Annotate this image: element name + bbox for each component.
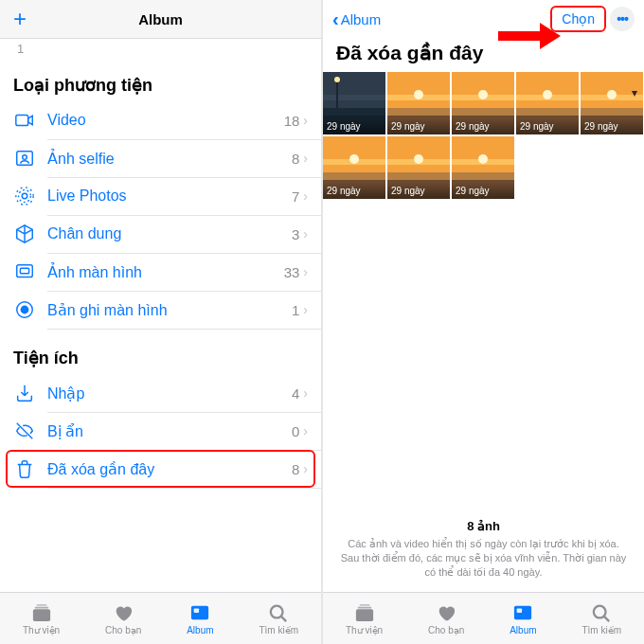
tab-label: Album	[510, 625, 536, 635]
svg-point-54	[478, 154, 488, 164]
row-count: 3	[292, 226, 299, 242]
recently-deleted-pane: ‹ Album Chọn ••• Đã xóa gần đây 29 ngày …	[323, 0, 644, 644]
row-count: 4	[292, 385, 299, 402]
tab-label: Tìm kiếm	[581, 625, 621, 635]
row-count: 8	[292, 461, 299, 477]
add-icon[interactable]: +	[13, 8, 27, 30]
photo-thumb[interactable]: 29 ngày	[387, 136, 450, 199]
svg-rect-58	[357, 606, 371, 608]
back-button[interactable]: ‹ Album	[332, 11, 381, 27]
tab-lib[interactable]: Thư viện	[346, 602, 383, 635]
svg-point-34	[543, 90, 552, 99]
row-selfie[interactable]: Ảnh selfie 8 ›	[0, 139, 321, 177]
photo-thumb[interactable]: 29 ngày	[452, 136, 514, 199]
left-scroll[interactable]: 1 Loại phương tiện Video 18 › Ảnh selfie…	[0, 39, 321, 592]
more-icon: •••	[617, 11, 628, 27]
svg-rect-14	[194, 608, 199, 613]
row-live[interactable]: Live Photos 7 ›	[0, 177, 321, 215]
svg-point-4	[19, 190, 31, 203]
svg-point-2	[23, 155, 27, 160]
svg-rect-21	[323, 108, 385, 116]
photo-thumb[interactable]: 29 ngày	[452, 72, 514, 134]
svg-rect-56	[452, 172, 514, 180]
row-hidden[interactable]: Bị ẩn 0 ›	[0, 412, 321, 450]
row-label: Nhập	[47, 385, 292, 402]
days-remaining: 29 ngày	[452, 183, 514, 199]
row-label: Bị ẩn	[47, 422, 292, 440]
row-rec[interactable]: Bản ghi màn hình 1 ›	[0, 291, 321, 329]
tab-search[interactable]: Tìm kiếm	[581, 602, 621, 635]
chevron-right-icon: ›	[303, 302, 308, 317]
screen-icon	[13, 260, 36, 283]
svg-point-29	[478, 90, 488, 99]
row-label: Chân dung	[47, 225, 292, 242]
tab-search[interactable]: Tìm kiếm	[259, 602, 298, 635]
svg-rect-7	[20, 268, 28, 274]
tab-alb[interactable]: Album	[187, 602, 213, 635]
svg-rect-51	[387, 172, 450, 180]
live-icon	[13, 185, 36, 207]
rec-icon	[13, 298, 36, 321]
svg-point-15	[271, 605, 283, 617]
tab-label: Tìm kiếm	[259, 625, 298, 635]
for-icon	[435, 602, 457, 623]
tab-for[interactable]: Cho bạn	[428, 602, 464, 635]
row-cube[interactable]: Chân dung 3 ›	[0, 215, 321, 253]
svg-rect-16	[323, 72, 385, 108]
tab-bar: Thư viện Cho bạn Album Tìm kiếm	[323, 592, 644, 644]
video-icon	[13, 109, 36, 132]
tab-label: Thư viện	[346, 625, 383, 635]
row-label: Video	[47, 112, 284, 129]
for-icon	[112, 602, 134, 623]
chevron-right-icon: ›	[303, 423, 308, 438]
import-icon	[13, 382, 36, 404]
days-remaining: 29 ngày	[387, 118, 450, 134]
days-remaining: 29 ngày	[323, 183, 385, 199]
svg-point-19	[334, 77, 340, 82]
row-count: 7	[292, 188, 299, 205]
album-list-pane: + Album 1 Loại phương tiện Video 18 › Ản…	[0, 0, 321, 644]
lib-icon	[353, 602, 376, 623]
back-label: Album	[341, 11, 382, 27]
chevron-right-icon: ›	[303, 188, 308, 204]
days-remaining: 29 ngày	[581, 118, 643, 134]
hidden-icon	[13, 420, 36, 442]
photo-thumb[interactable]: 29 ngày	[516, 72, 579, 134]
row-label: Đã xóa gần đây	[47, 460, 292, 478]
selfie-icon	[13, 147, 36, 170]
left-header-title: Album	[138, 11, 183, 27]
svg-point-24	[414, 90, 423, 99]
row-label: Ảnh màn hình	[47, 263, 284, 281]
days-remaining: 29 ngày	[323, 118, 385, 134]
svg-rect-1	[17, 152, 33, 166]
photo-thumb[interactable]: 29 ngày	[323, 136, 385, 199]
photo-thumb[interactable]: 29 ngày	[581, 72, 643, 134]
chevron-right-icon: ›	[303, 461, 308, 476]
svg-rect-41	[581, 108, 643, 116]
tab-label: Cho bạn	[428, 625, 464, 635]
row-count: 0	[292, 423, 299, 439]
page-title: Đã xóa gần đây	[323, 38, 644, 72]
search-icon	[590, 602, 613, 623]
tab-alb[interactable]: Album	[510, 602, 536, 635]
photo-thumb[interactable]: 29 ngày	[387, 72, 450, 134]
svg-rect-6	[17, 265, 33, 277]
chevron-right-icon: ›	[303, 226, 308, 242]
row-label: Bản ghi màn hình	[47, 301, 292, 319]
select-label: Chọn	[562, 11, 595, 27]
utilities-header: Tiện ích	[0, 329, 321, 374]
tab-bar: Thư viện Cho bạn Album Tìm kiếm	[0, 592, 321, 644]
tab-lib[interactable]: Thư viện	[23, 602, 60, 635]
tab-for[interactable]: Cho bạn	[105, 602, 141, 635]
svg-point-3	[22, 193, 27, 199]
select-button[interactable]: Chọn	[554, 9, 602, 29]
days-remaining: 29 ngày	[452, 118, 514, 134]
row-screen[interactable]: Ảnh màn hình 33 ›	[0, 253, 321, 291]
row-trash[interactable]: Đã xóa gần đây 8 ›	[0, 450, 321, 488]
row-import[interactable]: Nhập 4 ›	[0, 374, 321, 412]
svg-rect-46	[323, 172, 385, 180]
row-video[interactable]: Video 18 ›	[0, 101, 321, 139]
svg-rect-26	[387, 108, 450, 116]
photo-thumb[interactable]: 29 ngày	[323, 72, 385, 134]
more-button[interactable]: •••	[610, 7, 635, 31]
